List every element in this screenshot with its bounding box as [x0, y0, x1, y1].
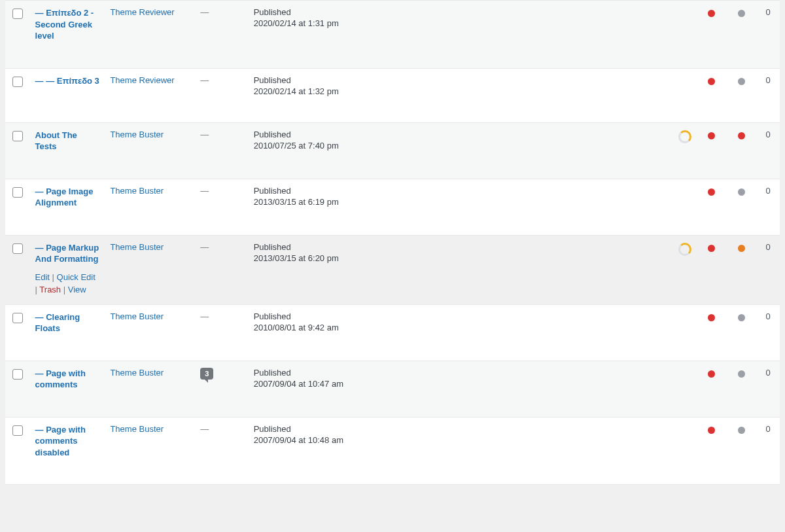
author-link[interactable]: Theme Reviewer [110, 7, 174, 17]
readability-indicator [738, 132, 745, 139]
trash-link[interactable]: Trash [39, 285, 61, 294]
no-tags-dash: — [200, 130, 209, 139]
no-tags-dash: — [200, 75, 209, 85]
page-title-link[interactable]: — Page Image Alignment [35, 186, 100, 209]
status-label: Published [254, 311, 634, 321]
view-link[interactable]: View [68, 285, 86, 294]
row-select-checkbox[interactable] [12, 425, 23, 436]
page-title-link[interactable]: About The Tests [35, 130, 100, 152]
action-separator: | [61, 285, 68, 294]
table-row: — Page with commentsTheme Buster3Publish… [5, 361, 780, 417]
seo-score-indicator [708, 188, 715, 196]
page-title-link[interactable]: — — Επίπεδο 3 [35, 75, 99, 87]
incoming-links-count: 0 [766, 75, 771, 85]
comment-count-bubble[interactable]: 3 [200, 368, 213, 380]
table-row: About The TestsTheme Buster—Published201… [5, 122, 780, 179]
readability-indicator [738, 370, 745, 378]
table-row: — — Επίπεδο 3Theme Reviewer—Published202… [5, 68, 780, 122]
incoming-links-count: 0 [766, 311, 771, 321]
readability-indicator [738, 188, 745, 196]
no-tags-dash: — [200, 311, 209, 321]
status-label: Published [254, 242, 634, 252]
author-link[interactable]: Theme Buster [110, 368, 164, 378]
page-title-link[interactable]: — Page Markup And Formatting [35, 242, 100, 265]
seo-score-indicator [708, 245, 715, 252]
row-select-checkbox[interactable] [12, 369, 23, 380]
publish-datetime: 2010/08/01 at 9:42 am [254, 323, 634, 332]
seo-score-indicator [708, 370, 715, 378]
status-label: Published [254, 75, 634, 85]
incoming-links-count: 0 [766, 368, 771, 378]
row-select-checkbox[interactable] [12, 243, 23, 254]
quick-edit-link[interactable]: Quick Edit [57, 272, 96, 282]
incoming-links-count: 0 [766, 130, 771, 139]
status-label: Published [254, 424, 634, 434]
author-link[interactable]: Theme Buster [110, 242, 164, 252]
edit-link[interactable]: Edit [35, 272, 50, 282]
no-tags-dash: — [200, 186, 209, 196]
readability-indicator [738, 245, 745, 252]
row-select-checkbox[interactable] [12, 131, 23, 141]
publish-datetime: 2007/09/04 at 10:48 am [254, 435, 634, 445]
page-title-link[interactable]: — Clearing Floats [35, 311, 100, 334]
incoming-links-count: 0 [766, 186, 771, 196]
publish-datetime: 2013/03/15 at 6:19 pm [254, 197, 634, 207]
publish-datetime: 2007/09/04 at 10:47 am [254, 379, 634, 389]
publish-datetime: 2013/03/15 at 6:20 pm [254, 253, 634, 263]
seo-score-indicator [708, 10, 715, 17]
author-link[interactable]: Theme Buster [110, 311, 164, 321]
readability-indicator [738, 427, 745, 434]
row-select-checkbox[interactable] [12, 313, 23, 323]
author-link[interactable]: Theme Reviewer [110, 75, 174, 85]
publish-datetime: 2020/02/14 at 1:32 pm [254, 86, 634, 96]
readability-indicator [738, 10, 745, 17]
page-title-link[interactable]: — Page with comments disabled [35, 424, 100, 459]
table-row: — Page with comments disabledTheme Buste… [5, 417, 780, 485]
publish-datetime: 2020/02/14 at 1:31 pm [254, 18, 634, 28]
row-actions: Edit | Quick Edit | Trash | View [35, 272, 100, 296]
incoming-links-count: 0 [766, 7, 771, 17]
table-row: — Page Markup And FormattingEdit | Quick… [5, 235, 780, 304]
row-select-checkbox[interactable] [12, 187, 23, 198]
action-separator: | [50, 272, 57, 282]
status-label: Published [254, 130, 634, 139]
seo-score-indicator [708, 427, 715, 434]
table-row: — Page Image AlignmentTheme Buster—Publi… [5, 179, 780, 235]
no-tags-dash: — [200, 424, 209, 434]
page-title-link[interactable]: — Επίπεδο 2 - Second Greek level [35, 7, 100, 42]
row-select-checkbox[interactable] [12, 9, 23, 19]
author-link[interactable]: Theme Buster [110, 186, 164, 196]
status-label: Published [254, 186, 634, 196]
author-link[interactable]: Theme Buster [110, 130, 164, 139]
seo-score-indicator [708, 78, 715, 85]
author-link[interactable]: Theme Buster [110, 424, 164, 434]
seo-score-indicator [708, 132, 715, 139]
table-row: — Clearing FloatsTheme Buster—Published2… [5, 304, 780, 361]
page-title-link[interactable]: — Page with comments [35, 368, 100, 391]
incoming-links-count: 0 [766, 242, 771, 252]
loading-spinner-icon [678, 130, 691, 143]
no-tags-dash: — [200, 7, 209, 17]
readability-indicator [738, 78, 745, 85]
seo-score-indicator [708, 314, 715, 321]
table-row: — Επίπεδο 2 - Second Greek levelTheme Re… [5, 0, 780, 68]
no-tags-dash: — [200, 242, 209, 252]
readability-indicator [738, 314, 745, 321]
publish-datetime: 2010/07/25 at 7:40 pm [254, 141, 634, 151]
loading-spinner-icon [678, 243, 691, 256]
status-label: Published [254, 7, 634, 17]
incoming-links-count: 0 [766, 424, 771, 434]
pages-list-table: — Επίπεδο 2 - Second Greek levelTheme Re… [5, 0, 780, 492]
row-select-checkbox[interactable] [12, 77, 23, 87]
status-label: Published [254, 368, 634, 378]
